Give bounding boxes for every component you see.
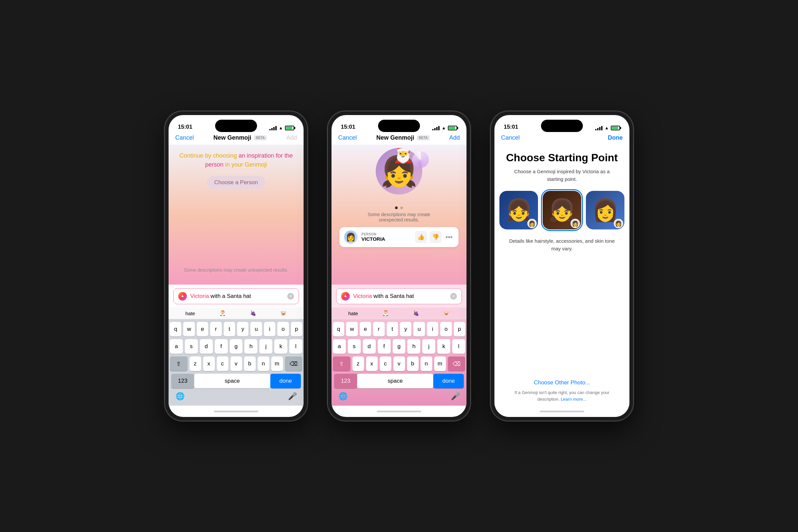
autocomplete-emoji-6[interactable]: 🐷 [443,310,450,316]
done-button-3[interactable]: Done [608,134,623,141]
key-p-f[interactable]: f [378,339,391,354]
key-p-done[interactable]: done [433,374,464,388]
search-bar-2[interactable]: ✦ Victoria with a Santa hat ✕ [336,288,462,304]
key-b[interactable]: b [244,357,256,371]
key-d[interactable]: d [200,339,213,354]
key-o[interactable]: o [277,322,289,337]
key-n[interactable]: n [258,357,269,371]
autocomplete-item-1[interactable]: hate [185,310,195,316]
choose-person-button[interactable]: Choose a Person [207,176,265,189]
key-p[interactable]: p [291,322,302,337]
autocomplete-emoji-3[interactable]: 🐷 [280,310,287,316]
key-y[interactable]: y [237,322,248,337]
key-a[interactable]: a [170,339,183,354]
search-bar-1[interactable]: ✦ Victoria with a Santa hat ✕ [173,288,299,304]
thumbs-down-button[interactable]: 👎 [430,231,441,243]
key-p-h[interactable]: h [407,339,420,354]
autocomplete-emoji-2[interactable]: 🍇 [250,310,256,316]
key-p-u[interactable]: u [413,322,424,337]
key-p-y[interactable]: y [400,322,411,337]
autocomplete-item-2[interactable]: hate [348,310,358,316]
key-w[interactable]: w [183,322,194,337]
page-title-3: Choose Starting Point [502,151,622,164]
key-p-n[interactable]: n [421,357,432,371]
learn-more-link[interactable]: Learn more... [560,397,586,402]
key-p-z[interactable]: z [353,357,364,371]
cancel-button-1[interactable]: Cancel [175,134,194,141]
mic-icon-2[interactable]: 🎤 [448,389,462,404]
key-p-d[interactable]: d [363,339,376,354]
thumbs-up-button[interactable]: 👍 [415,231,427,243]
key-done-1[interactable]: done [270,374,301,388]
key-v[interactable]: v [230,357,242,371]
autocomplete-emoji-1[interactable]: 🎅 [220,310,226,316]
key-m[interactable]: m [271,357,283,371]
keyboard-row-p2: a s d f g h j k l [333,339,465,354]
key-p-s[interactable]: s [348,339,361,354]
key-g[interactable]: g [230,339,243,354]
key-l[interactable]: l [289,339,302,354]
choose-other-photo-button[interactable]: Choose Other Photo... [502,379,622,386]
key-p-number[interactable]: 123 [334,374,357,388]
status-time-3: 15:01 [504,124,518,130]
key-p-shift[interactable]: ⇧ [333,357,350,371]
key-delete[interactable]: ⌫ [285,357,303,371]
cancel-button-3[interactable]: Cancel [501,134,520,141]
key-shift[interactable]: ⇧ [170,357,188,371]
key-p-g[interactable]: g [393,339,406,354]
key-p-v[interactable]: v [393,357,405,371]
key-k[interactable]: k [274,339,287,354]
key-q[interactable]: q [170,322,181,337]
key-p-e[interactable]: e [360,322,371,337]
key-c[interactable]: c [217,357,228,371]
key-z[interactable]: z [190,357,201,371]
key-r[interactable]: r [210,322,222,337]
key-i[interactable]: i [264,322,275,337]
more-button[interactable]: ••• [444,233,454,241]
key-e[interactable]: e [197,322,208,337]
key-p-a[interactable]: a [333,339,346,354]
key-p-space[interactable]: space [357,374,433,388]
search-clear-1[interactable]: ✕ [287,293,294,300]
key-number-1[interactable]: 123 [171,374,194,388]
key-p-c[interactable]: c [380,357,391,371]
key-p-x[interactable]: x [366,357,378,371]
cancel-button-2[interactable]: Cancel [338,134,357,141]
add-button-2[interactable]: Add [449,134,460,141]
phone1-main-content: Continue by choosing an inspiration for … [169,145,304,285]
key-x[interactable]: x [203,357,215,371]
globe-icon-2[interactable]: 🌐 [336,389,350,404]
key-p-m[interactable]: m [434,357,446,371]
add-button-1[interactable]: Add [286,134,297,141]
globe-icon-1[interactable]: 🌐 [173,389,187,404]
key-p-j[interactable]: j [422,339,435,354]
avatar-option-3-wrapper: 👩 👩 [586,191,624,229]
key-p-i[interactable]: i [427,322,438,337]
key-p-o[interactable]: o [440,322,452,337]
person-avatar-small: 👩 [344,230,358,244]
keyboard-bottom-row-1: 123 space done [170,374,302,388]
key-p-b[interactable]: b [407,357,419,371]
key-space-1[interactable]: space [194,374,270,388]
key-p-k[interactable]: k [437,339,450,354]
key-p-r[interactable]: r [373,322,384,337]
autocomplete-emoji-5[interactable]: 🍇 [413,310,419,316]
key-s[interactable]: s [185,339,198,354]
key-p-t[interactable]: t [387,322,398,337]
key-p-q[interactable]: q [333,322,344,337]
page-dot-1 [395,207,398,209]
key-t[interactable]: t [224,322,235,337]
key-p-l[interactable]: l [452,339,465,354]
battery-icon-2 [448,126,457,130]
key-u[interactable]: u [250,322,262,337]
autocomplete-emoji-4[interactable]: 🎅 [382,310,389,316]
key-j[interactable]: j [259,339,272,354]
key-h[interactable]: h [244,339,258,354]
key-p-w[interactable]: w [346,322,358,337]
status-icons-1: ▲ [269,125,294,130]
key-p-p[interactable]: p [454,322,465,337]
key-p-delete[interactable]: ⌫ [448,357,466,371]
search-clear-2[interactable]: ✕ [450,293,457,300]
key-f[interactable]: f [215,339,228,354]
mic-icon-1[interactable]: 🎤 [285,389,300,404]
